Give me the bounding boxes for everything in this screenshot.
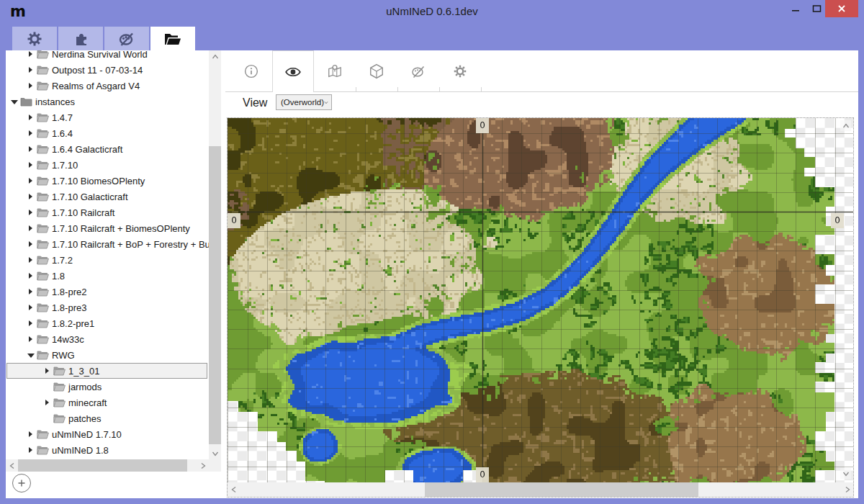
tree-item[interactable]: Outpost 11 - 07-03-14 [6,62,207,78]
expand-arrow[interactable] [27,256,35,264]
folder-icon [37,161,49,170]
map-horizontal-scroll-thumb[interactable] [425,482,698,497]
tree-scroll-down-button[interactable] [209,447,221,459]
tab-settings[interactable] [439,50,481,91]
add-world-button[interactable] [12,474,31,492]
tree-item[interactable]: patches [6,410,207,426]
minimize-button[interactable] [783,0,808,17]
expand-arrow[interactable] [27,208,35,217]
expand-arrow[interactable] [27,113,35,122]
tree-horizontal-scroll-thumb[interactable] [18,459,187,472]
folder-icon [53,398,66,408]
maximize-button[interactable] [808,0,825,17]
tree-item[interactable]: 1.7.10 Galacticraft [6,189,207,204]
tree-item[interactable]: Nerdina Survival World [6,50,207,62]
map-scroll-right-button[interactable] [841,482,853,497]
expand-arrow[interactable] [27,319,35,328]
plus-icon [17,479,26,487]
tree-scroll-up-button[interactable] [209,50,221,63]
tree-item[interactable]: 1_3_01 [6,363,207,379]
expand-arrow[interactable] [27,335,35,343]
map-panel: View (Overworld) [225,50,858,498]
map-horizontal-scrollbar[interactable] [228,482,853,497]
tree-item[interactable]: 1.8 [6,268,207,284]
tree-item[interactable]: instances [6,94,207,109]
tree-vertical-scroll-thumb[interactable] [209,146,221,444]
tab-view[interactable] [272,50,314,92]
toolbar-tab-plugins[interactable] [58,27,103,50]
tree-item[interactable]: 1.7.10 Railcraft [6,204,207,220]
tree-vertical-scrollbar[interactable] [209,50,221,459]
tree-item[interactable]: RWG [6,347,207,363]
tree-scroll-left-button[interactable] [6,459,18,472]
tree-item[interactable]: 14w33c [6,331,207,347]
expand-arrow[interactable] [27,81,35,90]
tree-item[interactable]: 1.4.7 [6,109,207,125]
tree-item[interactable]: uNmINeD 1.7.10 [6,426,207,442]
tree-scroll-right-button[interactable] [197,459,209,472]
tree-item[interactable]: minecraft [6,395,207,410]
map-scroll-down-button[interactable] [840,468,851,479]
expand-arrow[interactable] [27,287,35,296]
expand-arrow[interactable] [43,414,52,423]
tree-item[interactable]: 1.7.10 Railcraft + BoP + Forestry + Buil… [6,236,207,252]
folder-icon [37,256,49,265]
tab-info[interactable] [230,50,272,91]
tree-item[interactable]: 1.7.10 Railcraft + BiomesOPlenty [6,220,207,236]
toolbar-tab-browse[interactable] [150,27,195,50]
expand-arrow[interactable] [27,176,35,185]
tree-item[interactable]: 1.7.10 [6,157,207,173]
tree-item-label: jarmods [68,382,102,392]
dimension-dropdown[interactable]: (Overworld) [276,94,332,110]
tree-item[interactable]: 1.8.2-pre1 [6,315,207,331]
tab-blocks[interactable] [356,50,397,91]
tree-item[interactable]: 1.8-pre3 [6,300,207,315]
expand-arrow[interactable] [27,161,35,169]
expand-arrow[interactable] [43,398,52,407]
map-canvas[interactable] [228,118,853,482]
expand-arrow[interactable] [10,97,19,106]
map-scroll-up-button[interactable] [840,120,851,131]
expand-arrow[interactable] [27,145,35,153]
folder-icon [37,176,49,186]
tree-item[interactable]: jarmods [6,379,207,395]
tree-item[interactable]: 1.6.4 [6,125,207,141]
tree-item[interactable]: 1.7.10 BiomesOPlenty [6,173,207,189]
tree-item[interactable]: 1.7.2 [6,252,207,268]
expand-arrow[interactable] [27,351,35,359]
tree-item[interactable]: uNmINeD 1.8 [6,442,207,458]
tree-item-label: 1.6.4 [52,128,73,139]
expand-arrow[interactable] [27,129,35,138]
folder-icon [37,319,49,328]
tree-item-label: 1.7.10 BiomesOPlenty [52,176,145,186]
tree-item-label: Realms of Asgard V4 [52,81,140,91]
map-scroll-left-button[interactable] [228,482,240,497]
chevron-down-icon [212,450,219,457]
tree-item[interactable]: 1.8-pre2 [6,284,207,300]
folder-icon [37,271,49,281]
folder-icon [37,430,49,439]
expand-arrow[interactable] [27,430,35,438]
expand-arrow[interactable] [27,50,35,58]
tree-item[interactable]: 1.6.4 Galacticraft [6,141,207,157]
tree-horizontal-scrollbar[interactable] [6,459,209,472]
expand-arrow[interactable] [27,66,35,74]
toolbar-tab-style[interactable] [104,27,149,50]
close-button[interactable] [825,0,858,17]
expand-arrow[interactable] [27,224,35,233]
chevron-up-icon [212,53,219,60]
title-bar: m uNmINeD 0.6.1dev [0,0,864,23]
expand-arrow[interactable] [27,240,35,248]
expand-arrow[interactable] [43,382,52,391]
expand-arrow[interactable] [43,366,52,375]
tree-item[interactable]: Realms of Asgard V4 [6,78,207,94]
tab-bar-divider [225,91,858,92]
expand-arrow[interactable] [27,192,35,201]
tab-map[interactable] [314,50,356,91]
toolbar-tab-settings[interactable] [12,27,57,50]
expand-arrow[interactable] [27,446,35,454]
tab-style[interactable] [397,50,439,91]
tree-item-label: uNmINeD 1.7.10 [52,429,122,440]
expand-arrow[interactable] [27,271,35,280]
expand-arrow[interactable] [27,303,35,312]
